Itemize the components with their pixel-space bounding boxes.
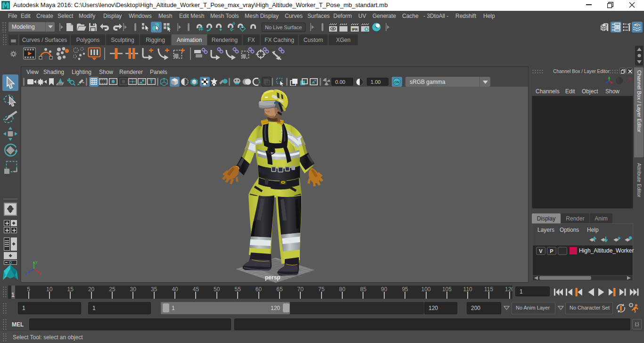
svg-text:x: x bbox=[39, 271, 41, 276]
svg-text:ON: ON bbox=[394, 81, 399, 84]
svg-text:z: z bbox=[25, 271, 27, 276]
svg-text:IPR: IPR bbox=[352, 27, 358, 32]
svg-text:y: y bbox=[35, 260, 38, 264]
